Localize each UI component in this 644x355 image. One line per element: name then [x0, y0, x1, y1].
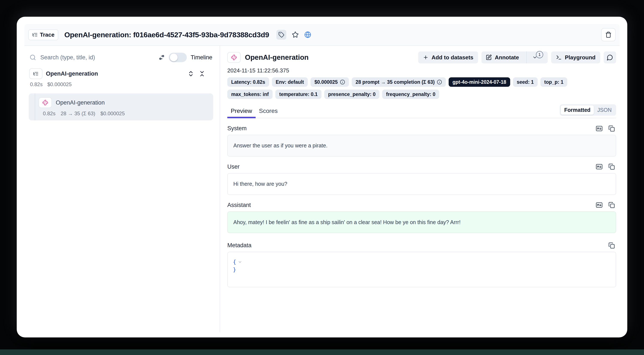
system-message-content: Answer the user as if you were a pirate.: [227, 135, 616, 157]
terminal-icon: [556, 54, 562, 60]
sliders-icon: [158, 54, 165, 61]
background-strip: [0, 350, 644, 355]
generation-fan-icon: [42, 100, 48, 106]
presence-penalty-badge: presence_penalty: 0: [324, 89, 379, 99]
timeline-toggle-label: Timeline: [191, 54, 212, 61]
trace-detail-window: Trace OpenAI-generation: f016ae6d-4527-4…: [17, 17, 627, 338]
markdown-toggle-button[interactable]: [596, 125, 603, 132]
temperature-badge: temperature: 0.1: [275, 89, 322, 99]
chevrons-up-down-icon: [188, 70, 194, 77]
json-collapse-toggle[interactable]: [238, 260, 242, 264]
button-divider: [526, 51, 527, 63]
message-section-system: System: [227, 125, 616, 157]
copy-button[interactable]: [608, 202, 615, 208]
generation-node-badge: [38, 97, 52, 108]
tag-button[interactable]: [276, 30, 286, 40]
trace-node-badge: [29, 68, 42, 79]
generation-title: OpenAI-generation: [245, 53, 308, 61]
latency-badge: Latency: 0.82s: [227, 77, 269, 87]
trace-type-label: Trace: [40, 31, 54, 38]
generation-timestamp: 2024-11-15 11:22:56.375: [227, 67, 616, 74]
view-settings-button[interactable]: [158, 54, 165, 61]
user-message-content: Hi there, how are you?: [227, 173, 616, 195]
generation-detail-panel: OpenAI-generation Add to datasets: [220, 46, 620, 332]
markdown-icon: [596, 125, 603, 132]
expand-all-button[interactable]: [188, 70, 194, 77]
trace-tree-sidebar: Timeline OpenAI-generation: [24, 46, 220, 332]
markdown-icon: [596, 202, 603, 208]
active-tab-underline: [227, 117, 256, 118]
markdown-icon: [596, 163, 603, 170]
section-title: Metadata: [227, 242, 252, 249]
annotate-split-button: Annotate 1: [482, 51, 548, 63]
format-switch: Formatted JSON: [560, 104, 616, 116]
trace-header-bar: Trace OpenAI-generation: f016ae6d-4527-4…: [24, 24, 620, 46]
child-tokens: 28 → 35 (Σ 63): [61, 111, 96, 117]
annotate-dropdown-button[interactable]: 1: [530, 51, 548, 63]
timeline-toggle[interactable]: [169, 53, 187, 62]
tab-preview[interactable]: Preview: [227, 105, 256, 118]
edit-icon: [486, 54, 492, 60]
search-icon: [30, 54, 36, 61]
publish-button[interactable]: [304, 31, 311, 38]
frequency-penalty-badge: frequency_penalty: 0: [382, 89, 439, 99]
seed-badge: seed: 1: [513, 77, 538, 87]
list-tree-icon: [33, 71, 38, 76]
root-latency: 0.82s: [30, 81, 43, 87]
plus-icon: [423, 55, 428, 60]
copy-icon: [608, 242, 615, 249]
metadata-close-brace: }: [233, 266, 236, 274]
trace-title: OpenAI-generation: f016ae6d-4527-43f5-93…: [64, 31, 269, 39]
tree-root-label: OpenAI-generation: [46, 70, 98, 77]
copy-button[interactable]: [608, 163, 615, 170]
copy-button[interactable]: [608, 242, 615, 249]
tree-child-label: OpenAI-generation: [56, 99, 105, 106]
env-badge: Env: default: [272, 77, 308, 87]
list-tree-icon: [32, 32, 38, 37]
chevrons-down-up-icon: [198, 70, 206, 77]
model-badge[interactable]: gpt-4o-mini-2024-07-18: [449, 77, 510, 87]
badge-row-1: Latency: 0.82s Env: default $0.000025 28…: [227, 77, 616, 87]
format-formatted-option[interactable]: Formatted: [561, 105, 594, 115]
markdown-toggle-button[interactable]: [596, 202, 603, 208]
child-cost: $0.000025: [100, 111, 124, 117]
comments-button[interactable]: [604, 51, 616, 63]
tree-item-generation[interactable]: OpenAI-generation 0.82s 28 → 35 (Σ 63) $…: [29, 93, 213, 120]
detail-tabs: Preview Scores Formatted JSON: [227, 104, 616, 118]
add-to-datasets-button[interactable]: Add to datasets: [418, 51, 478, 63]
format-json-option[interactable]: JSON: [594, 105, 615, 115]
info-icon: [340, 79, 345, 85]
cost-badge[interactable]: $0.000025: [310, 77, 349, 87]
star-button[interactable]: [292, 31, 299, 38]
tab-scores[interactable]: Scores: [256, 105, 281, 118]
comment-bubble-icon: [607, 54, 613, 61]
delete-trace-button[interactable]: [601, 28, 616, 41]
star-icon: [292, 31, 299, 38]
section-title: User: [227, 163, 240, 170]
tree-indent-guide: [35, 93, 35, 120]
copy-button[interactable]: [608, 125, 615, 132]
section-title: System: [227, 125, 246, 132]
max-tokens-badge: max_tokens: inf: [227, 89, 272, 99]
section-title: Assistant: [227, 202, 251, 208]
child-latency: 0.82s: [43, 111, 56, 117]
copy-icon: [608, 163, 615, 170]
message-section-assistant: Assistant: [227, 202, 616, 233]
collapse-all-button[interactable]: [198, 70, 206, 77]
playground-button[interactable]: Playground: [551, 51, 600, 63]
message-section-user: User: [227, 163, 616, 195]
top-p-badge: top_p: 1: [540, 77, 567, 87]
generation-badge: [227, 52, 240, 63]
metadata-json-viewer: { }: [227, 252, 616, 287]
annotate-button[interactable]: Annotate: [482, 51, 523, 63]
metadata-section: Metadata: [227, 242, 616, 287]
trash-icon: [605, 31, 612, 38]
search-input[interactable]: [40, 54, 154, 61]
copy-icon: [608, 125, 615, 132]
markdown-toggle-button[interactable]: [596, 163, 603, 170]
tag-icon: [278, 32, 284, 38]
tree-item-trace-root[interactable]: OpenAI-generation: [28, 68, 213, 79]
info-icon: [437, 79, 442, 85]
token-usage-badge[interactable]: 28 prompt → 35 completion (Σ 63): [352, 77, 446, 87]
trace-type-badge: Trace: [28, 29, 58, 40]
